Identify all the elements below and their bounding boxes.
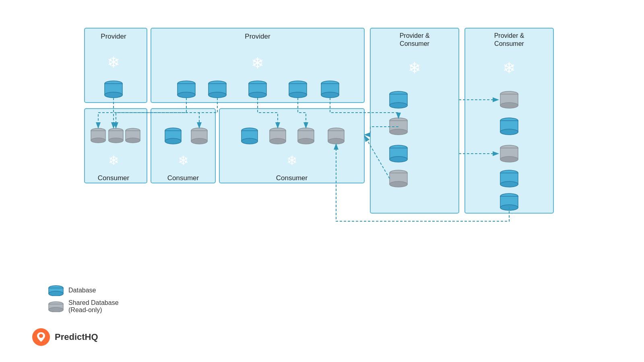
consumer2-snowflake: ❄: [178, 153, 189, 168]
svg-point-33: [500, 129, 518, 135]
svg-point-9: [249, 92, 266, 98]
svg-point-54: [165, 138, 181, 144]
legend-database: Database: [48, 285, 119, 296]
svg-point-36: [500, 156, 518, 162]
svg-point-18: [390, 103, 407, 108]
legend: Database Shared Database (Read-only): [48, 285, 119, 314]
svg-point-60: [242, 138, 258, 144]
provider1-db-bottom: [105, 92, 122, 98]
consumer1-label: Consumer: [98, 174, 130, 182]
svg-point-75: [49, 307, 63, 312]
svg-point-21: [390, 129, 407, 135]
provider2-label: Provider: [245, 33, 270, 40]
pc1-snowflake: ❄: [408, 60, 421, 76]
svg-point-24: [390, 156, 407, 162]
provider1-label: Provider: [101, 33, 126, 40]
svg-point-15: [321, 92, 339, 98]
consumer3-snowflake: ❄: [287, 153, 297, 168]
consumer1-box: [85, 109, 147, 183]
pc2-label-line2: Consumer: [494, 40, 524, 47]
pc1-box: [370, 28, 459, 213]
svg-point-66: [298, 138, 314, 144]
svg-point-6: [208, 92, 226, 98]
pc2-snowflake: ❄: [503, 60, 516, 76]
svg-point-45: [91, 138, 105, 143]
consumer1-snowflake: ❄: [108, 153, 119, 168]
svg-point-78: [39, 334, 43, 338]
svg-point-12: [289, 92, 307, 98]
consumer2-label: Consumer: [167, 174, 199, 182]
svg-point-3: [178, 92, 195, 98]
provider2-snowflake: ❄: [251, 55, 264, 72]
pc2-label-line1: Provider &: [494, 32, 524, 39]
svg-point-69: [328, 138, 344, 144]
svg-point-27: [390, 181, 407, 187]
brand: PredictHQ: [32, 328, 98, 346]
pc1-label-line1: Provider &: [400, 32, 430, 39]
legend-shared-database-label: Shared Database (Read-only): [68, 299, 119, 314]
provider1-snowflake: ❄: [107, 54, 120, 71]
svg-point-57: [191, 138, 207, 144]
brand-name: PredictHQ: [55, 332, 98, 342]
brand-logo: [32, 328, 50, 346]
consumer2-box: [151, 109, 215, 183]
svg-point-51: [126, 138, 140, 143]
legend-db-blue-icon: [48, 285, 64, 296]
legend-database-label: Database: [68, 287, 96, 294]
consumer3-label: Consumer: [276, 174, 308, 182]
svg-point-48: [109, 138, 123, 143]
svg-point-39: [500, 181, 518, 187]
legend-shared-database: Shared Database (Read-only): [48, 299, 119, 314]
consumer3-box: [219, 109, 364, 183]
svg-point-72: [49, 291, 63, 296]
svg-point-63: [270, 138, 286, 144]
legend-db-gray-icon: [48, 301, 64, 312]
svg-point-30: [500, 103, 518, 108]
pc1-label-line2: Consumer: [400, 40, 429, 47]
